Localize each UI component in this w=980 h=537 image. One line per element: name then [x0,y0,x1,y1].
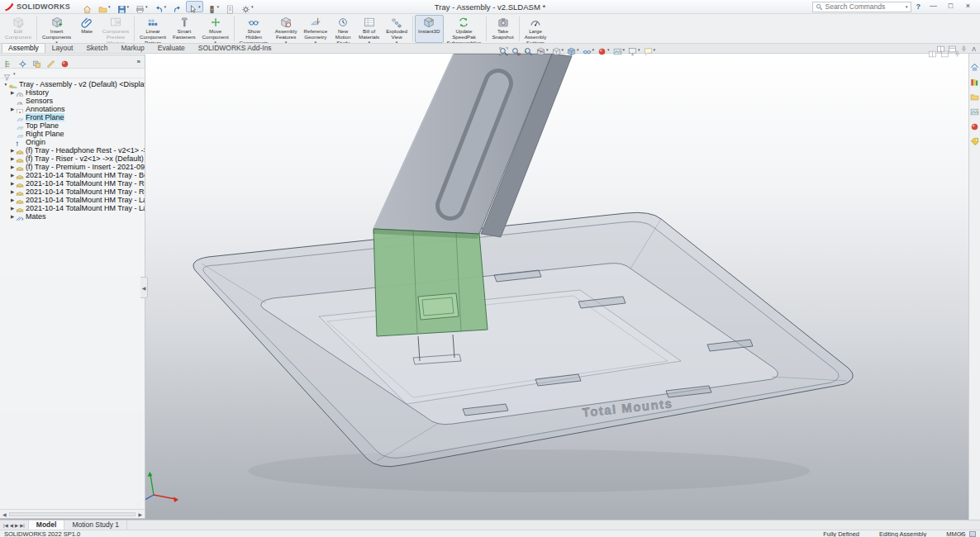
expand-arrow-icon[interactable]: ▶ [9,107,16,112]
tree-item[interactable]: ▶2021-10-14 TotalMount HM Tray - Rubber … [0,188,145,196]
qat-home-button[interactable] [80,1,94,12]
tree-item[interactable]: ▶History [0,88,145,97]
chevron-down-icon[interactable]: ▾ [13,71,16,76]
split-view-icon[interactable] [929,46,936,61]
expand-arrow-icon[interactable]: ▶ [9,173,16,178]
taskpane-custom-properties-icon[interactable] [970,135,979,144]
tree-horizontal-scrollbar[interactable]: ◀ ▶ [0,509,145,518]
taskpane-design-library-icon[interactable] [970,75,979,84]
tree-tab-featuremanager[interactable] [4,57,13,66]
tree-item[interactable]: ▶2021-10-14 TotalMount HM Tray - Bottom … [0,171,145,179]
filter-funnel-icon[interactable] [3,69,11,77]
tree-item[interactable]: ▶AAnnotations [0,105,145,113]
taskpane-appearances-icon[interactable] [970,120,979,129]
headsup-comment-button[interactable]: ▾ [644,45,656,54]
tree-tab-configurationmanager[interactable] [32,57,41,66]
panel-collapse-handle[interactable]: ◀ [140,277,148,298]
expand-arrow-icon[interactable]: ▶ [9,206,16,211]
qat-options-gear-button[interactable]: ▾ [239,1,256,12]
ribbon-button-linear-pattern[interactable]: Linear Component Pattern▾ [136,15,169,43]
qat-undo-button[interactable]: ▾ [152,1,169,12]
tree-item[interactable]: Front Plane [0,113,145,121]
expand-arrow-icon[interactable]: ▶ [9,148,16,153]
tree-item[interactable]: ▶2021-10-14 TotalMount HM Tray - Rubber … [0,179,145,188]
help-icon[interactable]: ? [916,2,921,11]
next-tab-button[interactable]: ▶ [15,523,18,528]
tab-markup[interactable]: Markup [114,43,150,53]
qat-file-properties-button[interactable] [223,1,237,12]
tab-solidworks-add-ins[interactable]: SOLIDWORKS Add-Ins [192,43,278,53]
tab-layout[interactable]: Layout [45,43,80,53]
taskpane-resources-icon[interactable] [970,60,979,69]
headsup-view-settings-button[interactable]: ▾ [628,45,640,54]
tab-evaluate[interactable]: Evaluate [151,43,192,53]
qat-open-folder-button[interactable]: ▾ [96,1,113,12]
search-input[interactable] [825,2,902,11]
tree-item[interactable]: ▶2021-10-14 TotalMount HM Tray - Large F… [0,204,145,212]
ribbon-button-new-motion-study[interactable]: New Motion Study [331,15,355,43]
tree-item[interactable]: Right Plane [0,130,145,138]
headsup-zoom-fit-button[interactable] [499,45,508,54]
close-button[interactable]: × [960,1,976,12]
ribbon-button-reference-geometry[interactable]: Reference Geometry▾ [301,15,331,43]
ribbon-button-bom[interactable]: Bill of Materials▾ [355,15,383,43]
headsup-edit-appearance-button[interactable]: ▾ [597,45,610,54]
tree-item[interactable]: ▶(f) Tray - Headphone Rest - v2<1> ->x (… [0,146,145,154]
tab-sketch[interactable]: Sketch [79,43,114,53]
tray-part[interactable]: Total Mounts [193,212,853,466]
ribbon-button-take-snapshot[interactable]: Take Snapshot [488,15,516,43]
tree-item[interactable]: Sensors [0,97,145,105]
pin-pane-icon[interactable] [954,46,961,61]
qat-print-button[interactable]: ▾ [133,1,150,12]
ribbon-button-mate[interactable]: Mate [74,15,99,43]
ribbon-button-smart-fasteners[interactable]: Smart Fasteners [169,15,199,43]
tree-item[interactable]: ▶2021-10-14 TotalMount HM Tray - Large F… [0,196,145,204]
ribbon-button-instant3d[interactable]: Instant3D [415,15,443,43]
expand-arrow-icon[interactable]: ▶ [9,181,16,186]
pane-display-icon[interactable] [941,46,949,61]
ribbon-button-exploded-view[interactable]: Exploded View▾ [383,15,411,43]
headsup-previous-view-button[interactable] [524,45,533,54]
collapse-ribbon-icon[interactable]: ᐱ [972,46,976,53]
ribbon-button-update-speedpak[interactable]: Update SpeedPak Subassemblies [444,15,485,43]
scroll-track[interactable] [9,512,136,516]
taskpane-file-explorer-icon[interactable] [970,90,979,99]
expand-arrow-icon[interactable]: ▶ [9,197,16,202]
expand-arrow-icon[interactable]: ▶ [9,90,16,95]
tree-item[interactable]: Top Plane [0,121,145,130]
headsup-view-orientation-button[interactable]: ▾ [552,45,564,54]
expand-arrow-icon[interactable]: ▶ [9,189,16,194]
qat-rebuild-button[interactable]: ▾ [205,1,222,12]
tab-assembly[interactable]: Assembly [2,43,45,53]
ribbon-button-large-assembly-settings[interactable]: Large Assembly Settings▾ [521,15,550,43]
scroll-left-icon[interactable]: ◀ [2,511,7,517]
expand-arrow-icon[interactable]: ▶ [9,156,16,161]
tree-item[interactable]: ▶(f) Tray - Riser - v2<1> ->x (Default) … [0,154,145,163]
tree-tab-displaymanager[interactable] [60,57,69,66]
bottom-tab-model[interactable]: Model [29,520,65,530]
chevron-down-icon[interactable]: ▾ [960,531,963,536]
expand-arrow-icon[interactable]: ▾ [2,82,9,87]
tag-icon[interactable] [969,531,976,537]
minimize-button[interactable]: — [925,1,941,12]
headsup-apply-scene-button[interactable]: ▾ [613,45,626,54]
tree-item[interactable]: ▾Tray - Assembly - v2 (Default) <Display… [0,80,145,88]
bottom-tab-motion-study-1[interactable]: Motion Study 1 [64,520,127,530]
tree-item[interactable]: ▶Mates [0,212,145,221]
command-search[interactable]: ▾ [812,2,911,12]
headsup-display-style-button[interactable]: ▾ [567,45,579,54]
scroll-right-icon[interactable]: ▶ [138,511,142,517]
expand-arrow-icon[interactable]: ▶ [9,214,16,219]
pin-pane-icon[interactable] [960,45,968,53]
prev-tab-button[interactable]: ◀ [10,523,13,528]
taskpane-view-palette-icon[interactable] [970,105,979,114]
tree-item[interactable]: ▶(f) Tray - Premium - Insert - 2021-09-2… [0,163,145,171]
ribbon-button-insert-components[interactable]: Insert Components▾ [39,15,74,43]
chevron-down-icon[interactable]: ▾ [906,4,908,9]
tree-tab-dimxpertmanager[interactable] [46,57,55,66]
ribbon-button-show-hidden[interactable]: Show Hidden Components [236,15,272,43]
tree-item[interactable]: Origin [0,138,145,146]
headsup-zoom-area-button[interactable] [511,45,521,54]
qat-save-button[interactable]: ▾ [115,1,132,12]
headsup-hide-show-items-button[interactable]: ▾ [583,45,595,54]
